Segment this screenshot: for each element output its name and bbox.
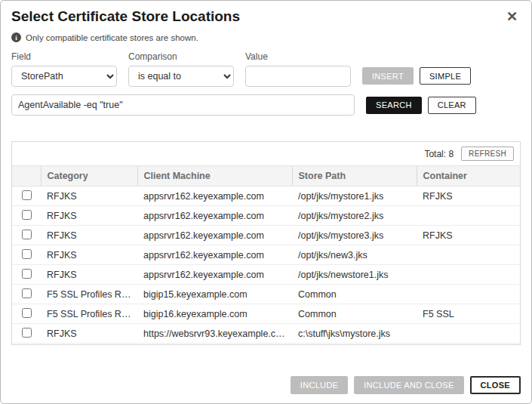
cell-category: RFJKS [41,265,137,285]
row-checkbox[interactable] [22,308,32,318]
table-row[interactable]: F5 SSL Profiles RE… bigip16.keyexample.c… [12,304,520,324]
page-title: Select Certificate Store Locations [11,8,240,25]
cell-category: RFJKS [41,206,137,226]
header-select-column [12,166,41,187]
cell-container: F5 SSL [417,304,520,324]
cell-store-path: Common [292,304,417,324]
comparison-select[interactable]: is equal to [128,66,234,87]
table-row[interactable]: RFJKS https://websrvr93.keyexample.com:5… [12,324,520,344]
cell-category: RFJKS [41,187,137,206]
cell-category: RFJKS [41,245,137,265]
cell-client-machine: bigip16.keyexample.com [137,304,292,324]
info-icon: i [11,32,21,42]
query-bar: SEARCH CLEAR [1,87,531,116]
cell-client-machine: appsrvr162.keyexample.com [137,265,292,285]
cell-client-machine: appsrvr162.keyexample.com [137,245,292,265]
row-checkbox[interactable] [22,190,32,200]
cell-store-path: Common [292,285,417,304]
row-checkbox[interactable] [22,249,32,259]
cell-category: F5 SSL Profiles RE… [41,304,137,324]
column-header-category[interactable]: Category [41,166,137,187]
cell-client-machine: bigip15.keyexample.com [137,285,292,304]
refresh-button[interactable]: REFRESH [461,146,514,161]
modal-header: Select Certificate Store Locations ✕ [1,1,531,28]
table-row[interactable]: F5 SSL Profiles RE… bigip15.keyexample.c… [12,285,520,304]
row-checkbox[interactable] [22,269,32,279]
store-table: Category Client Machine Store Path Conta… [12,165,520,344]
cell-container [417,285,520,304]
search-button[interactable]: SEARCH [366,97,422,114]
table-header-row: Category Client Machine Store Path Conta… [12,166,520,187]
comparison-label: Comparison [128,51,234,62]
cell-store-path: /opt/jks/mystore3.jks [292,226,417,245]
cell-container [417,245,520,265]
cell-container: RFJKS [417,187,520,206]
table-row[interactable]: RFJKS appsrvr162.keyexample.com /opt/jks… [12,265,520,285]
cell-client-machine: https://websrvr93.keyexample.com:5986 [137,324,292,344]
row-checkbox[interactable] [22,230,32,239]
insert-button[interactable]: INSERT [362,67,414,85]
row-checkbox[interactable] [22,210,32,220]
field-label: Field [11,51,117,62]
results-panel: Total: 8 REFRESH Category Client Machine… [11,141,521,345]
table-row[interactable]: RFJKS appsrvr162.keyexample.com /opt/jks… [12,226,520,245]
cell-client-machine: appsrvr162.keyexample.com [137,206,292,226]
cell-store-path: c:\stuff\jks\mystore.jks [292,324,417,344]
table-row[interactable]: RFJKS appsrvr162.keyexample.com /opt/jks… [12,245,520,265]
close-button[interactable]: CLOSE [470,376,521,394]
cell-category: RFJKS [41,226,137,245]
row-checkbox[interactable] [22,328,32,338]
table-row[interactable]: RFJKS appsrvr162.keyexample.com /opt/jks… [12,187,520,206]
include-button[interactable]: INCLUDE [291,376,348,394]
filter-bar: Field StorePath Comparison is equal to V… [1,44,531,87]
cell-store-path: /opt/jks/mystore1.jks [292,187,417,206]
info-banner: i Only compatible certificate stores are… [1,28,531,44]
column-header-client-machine[interactable]: Client Machine [137,166,292,187]
cell-store-path: /opt/jks/new3.jks [292,245,417,265]
cell-container [417,265,520,285]
info-text: Only compatible certificate stores are s… [26,33,198,42]
cell-client-machine: appsrvr162.keyexample.com [137,226,292,245]
close-icon[interactable]: ✕ [503,8,521,25]
cell-category: F5 SSL Profiles RE… [41,285,137,304]
cell-store-path: /opt/jks/mystore2.jks [292,206,417,226]
cell-category: RFJKS [41,324,137,344]
modal-footer: INCLUDE INCLUDE AND CLOSE CLOSE [291,376,521,394]
table-toolbar: Total: 8 REFRESH [12,142,520,165]
row-checkbox[interactable] [22,288,32,298]
simple-button[interactable]: SIMPLE [420,67,471,85]
table-row[interactable]: RFJKS appsrvr162.keyexample.com /opt/jks… [12,206,520,226]
table-body: RFJKS appsrvr162.keyexample.com /opt/jks… [12,187,520,344]
value-input[interactable] [245,66,351,87]
column-header-container[interactable]: Container [417,166,520,187]
field-select[interactable]: StorePath [11,66,117,87]
cell-store-path: /opt/jks/newstore1.jks [292,265,417,285]
column-header-store-path[interactable]: Store Path [292,166,417,187]
cell-container: RFJKS [417,226,520,245]
cell-container [417,206,520,226]
clear-button[interactable]: CLEAR [428,97,476,114]
include-and-close-button[interactable]: INCLUDE AND CLOSE [354,376,463,394]
query-input[interactable] [11,94,355,116]
cell-client-machine: appsrvr162.keyexample.com [137,187,292,206]
select-certificate-store-modal: Select Certificate Store Locations ✕ i O… [0,0,532,404]
total-count: Total: 8 [424,149,454,159]
value-label: Value [245,51,351,62]
cell-container [417,324,520,344]
